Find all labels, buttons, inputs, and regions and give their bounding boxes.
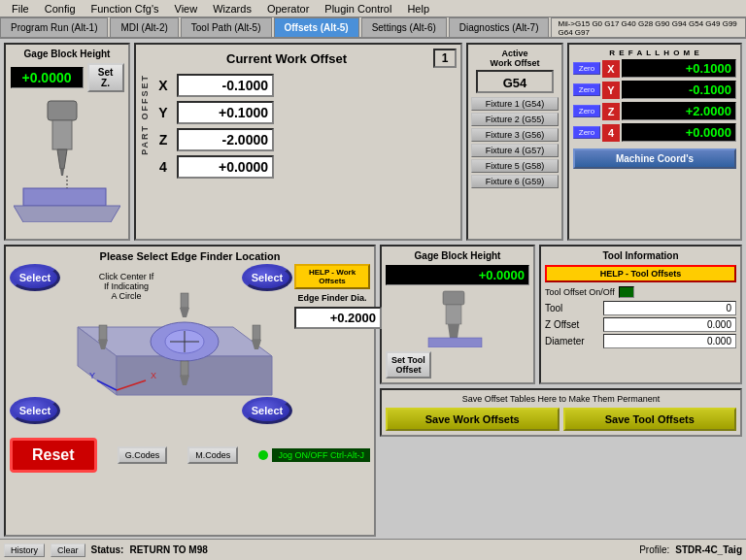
tool-illustration [14,96,120,222]
edge-dia-label: Edge Finder Dia. [294,293,370,303]
top-section: Gage Block Height +0.0000 Set Z. [0,39,746,243]
onoff-indicator [619,286,634,298]
svg-rect-16 [99,325,107,340]
work-offset-title: Current Work Offset [140,51,433,66]
x-offset-value[interactable] [177,74,274,97]
table-svg: X Y [58,288,291,414]
profile-label: Profile: [639,544,669,555]
active-offset-title: ActiveWork Offset [491,49,540,68]
tab-tool-path[interactable]: Tool Path (Alt-5) [181,17,272,37]
menu-help[interactable]: Help [399,3,437,15]
menu-bar: File Config Function Cfg's View Wizards … [0,0,746,17]
zero-4-button[interactable]: Zero [573,126,600,139]
help-work-offsets-button[interactable]: HELP - Work Offsets [294,264,370,289]
gage-block-small-panel: Gage Block Height +0.0000 Set ToolOffset [380,245,535,384]
offset-rows: PART OFFSET X Y Z 4 [140,74,457,182]
svg-text:X: X [151,371,156,380]
svg-rect-20 [181,361,188,376]
svg-rect-26 [443,291,464,305]
offset-table: X Y Z 4 [153,74,457,182]
edge-dia-input[interactable] [294,307,382,329]
gage-block-value: +0.0000 [11,67,84,88]
set-z-button[interactable]: Set Z. [87,63,124,92]
svg-rect-4 [23,188,106,206]
active-g54-display: G54 [476,70,554,93]
gage-block-title: Gage Block Height [24,49,111,59]
gage-block-panel: Gage Block Height +0.0000 Set Z. [4,43,130,241]
y-offset-value[interactable] [177,101,274,124]
menu-wizards[interactable]: Wizards [205,3,259,15]
fixture-2-button[interactable]: Fixture 2 (G55) [471,113,559,126]
z-offset-label: Z Offset [545,319,603,330]
fixture-5-button[interactable]: Fixture 5 (G58) [471,159,559,173]
bottom-section: Please Select Edge Finder Location Selec… [0,243,746,539]
svg-rect-0 [48,101,77,120]
gcodes-button[interactable]: G.Codes [118,446,168,464]
axis4-offset-value[interactable] [177,155,274,179]
z-offset-input[interactable] [603,317,736,332]
x-refall-value: +0.1000 [622,59,736,78]
part-offset-label: PART OFFSET [140,74,150,155]
refall-row-4: Zero 4 +0.0000 [573,123,736,142]
select-bottom-right-button[interactable]: Select [242,397,292,424]
clear-button[interactable]: Clear [51,544,85,557]
tab-gcodes[interactable]: Mil->G15 G0 G17 G40 G28 G90 G94 G54 G49 … [551,17,746,37]
right-bottom-panel: Gage Block Height +0.0000 Set ToolOffset [380,245,742,537]
tab-diagnostics[interactable]: Diagnostics (Alt-7) [449,17,550,37]
z-offset-value[interactable] [177,128,274,151]
offset-row-z: Z [153,128,457,151]
menu-plugin-control[interactable]: Plugin Control [317,3,399,15]
right-controls: HELP - Work Offsets Edge Finder Dia. [294,264,370,329]
tab-program-run[interactable]: Program Run (Alt-1) [0,17,108,37]
fixture-6-button[interactable]: Fixture 6 (G59) [471,175,559,188]
save-work-offsets-button[interactable]: Save Work Offsets [386,408,560,431]
zero-y-button[interactable]: Zero [573,83,600,96]
tab-offsets[interactable]: Offsets (Alt-5) [274,17,359,37]
y-axis-indicator: Y [602,82,620,99]
select-top-left-button[interactable]: Select [10,264,60,291]
zero-x-button[interactable]: Zero [573,62,600,75]
svg-rect-1 [52,120,72,149]
machine-coords-button[interactable]: Machine Coord's [573,148,736,169]
z-refall-value: +2.0000 [622,102,736,120]
svg-rect-18 [253,325,260,340]
work-offset-header: Current Work Offset [140,49,457,68]
status-value: RETURN TO M98 [129,544,633,555]
axis-x-label: X [153,78,173,93]
fixture-3-button[interactable]: Fixture 3 (G56) [471,128,559,142]
jog-section: Jog ON/OFF Ctrl-Alt-J [258,448,370,462]
edge-finder-title: Please Select Edge Finder Location [10,250,370,262]
menu-function-cfg[interactable]: Function Cfg's [84,3,167,15]
set-tool-offset-button[interactable]: Set ToolOffset [386,351,431,379]
select-bottom-left-button[interactable]: Select [10,397,60,424]
tool-number-input[interactable] [603,301,736,315]
fixture-4-button[interactable]: Fixture 4 (G57) [471,144,559,157]
help-tool-offsets-button[interactable]: HELP - Tool Offsets [545,265,736,282]
history-button[interactable]: History [4,544,45,557]
y-refall-value: -0.1000 [622,81,736,99]
menu-config[interactable]: Config [37,3,84,15]
mcodes-button[interactable]: M.Codes [187,446,238,464]
tab-settings[interactable]: Settings (Alt-6) [361,17,447,37]
select-top-right-button[interactable]: Select [242,264,292,291]
svg-rect-14 [181,293,188,308]
edge-finder-panel: Please Select Edge Finder Location Selec… [4,245,376,537]
refall-row-y: Zero Y -0.1000 [573,81,736,99]
offset-row-y: Y [153,101,457,124]
save-tool-offsets-button[interactable]: Save Tool Offsets [563,408,737,431]
svg-rect-29 [428,338,482,347]
diameter-input[interactable] [603,334,736,348]
reset-button[interactable]: Reset [10,438,97,473]
tool-label: Tool [545,303,603,313]
menu-operator[interactable]: Operator [259,3,317,15]
fixture-1-button[interactable]: Fixture 1 (G54) [471,97,559,111]
offset-number-input[interactable] [433,49,457,68]
onoff-label: Tool Offset On/Off [545,287,615,297]
tool-info-title: Tool Information [545,250,736,261]
save-title: Save Offset Tables Here to Make Them Per… [386,394,736,404]
tab-mdi[interactable]: MDI (Alt-2) [110,17,178,37]
zero-z-button[interactable]: Zero [573,105,600,117]
gage-block-small-title: Gage Block Height [386,250,529,261]
menu-file[interactable]: File [4,3,37,15]
menu-view[interactable]: View [167,3,206,15]
